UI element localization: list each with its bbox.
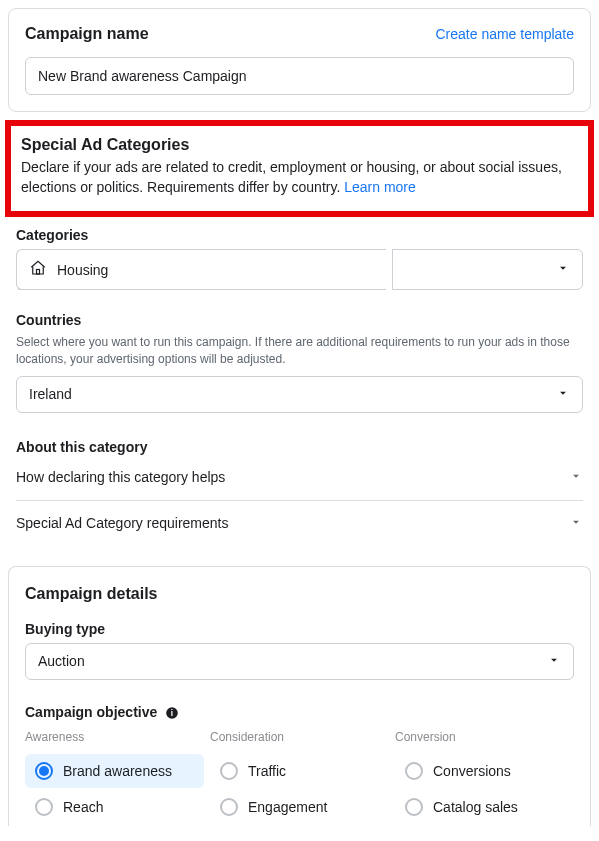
about-category-label: About this category	[16, 439, 583, 455]
campaign-name-title: Campaign name	[25, 25, 149, 43]
requirements-row[interactable]: Special Ad Category requirements	[16, 501, 583, 546]
special-ad-categories-desc: Declare if your ads are related to credi…	[21, 158, 578, 197]
chevron-down-icon	[547, 653, 561, 670]
how-declaring-helps-row[interactable]: How declaring this category helps	[16, 455, 583, 500]
chevron-down-icon	[569, 515, 583, 532]
house-icon	[29, 259, 47, 280]
countries-label: Countries	[16, 312, 583, 328]
radio-label: Catalog sales	[433, 799, 518, 815]
campaign-name-card: Campaign name Create name template	[8, 8, 591, 112]
radio-label: Conversions	[433, 763, 511, 779]
requirements-text: Special Ad Category requirements	[16, 515, 228, 531]
category-chip[interactable]: Housing	[16, 249, 386, 290]
learn-more-link[interactable]: Learn more	[344, 179, 416, 195]
chevron-down-icon	[569, 469, 583, 486]
countries-desc: Select where you want to run this campai…	[16, 334, 583, 368]
radio-reach[interactable]: Reach	[25, 790, 204, 824]
col-awareness-head: Awareness	[25, 730, 204, 744]
campaign-details-card: Campaign details Buying type Auction Cam…	[8, 566, 591, 826]
buying-type-label: Buying type	[25, 621, 574, 637]
country-selected-text: Ireland	[29, 386, 72, 402]
radio-brand-awareness[interactable]: Brand awareness	[25, 754, 204, 788]
buying-type-value: Auction	[38, 653, 85, 669]
radio-icon	[405, 762, 423, 780]
chevron-down-icon	[556, 261, 570, 278]
radio-conversions[interactable]: Conversions	[395, 754, 574, 788]
country-dropdown[interactable]: Ireland	[16, 376, 583, 413]
buying-type-dropdown[interactable]: Auction	[25, 643, 574, 680]
radio-icon	[220, 798, 238, 816]
radio-label: Engagement	[248, 799, 327, 815]
special-ad-categories-highlight: Special Ad Categories Declare if your ad…	[5, 120, 594, 217]
special-ad-categories-title: Special Ad Categories	[21, 136, 578, 154]
col-conversion-head: Conversion	[395, 730, 574, 744]
objective-grid: Awareness Brand awareness Reach Consider…	[25, 730, 574, 826]
info-icon[interactable]: i	[165, 706, 179, 720]
radio-icon	[35, 762, 53, 780]
campaign-objective-label: Campaign objective	[25, 704, 157, 720]
category-dropdown[interactable]	[392, 249, 583, 290]
col-consideration-head: Consideration	[210, 730, 389, 744]
svg-rect-0	[37, 270, 40, 275]
category-selected-text: Housing	[57, 262, 108, 278]
categories-label: Categories	[16, 227, 583, 243]
radio-label: Traffic	[248, 763, 286, 779]
radio-label: Reach	[63, 799, 103, 815]
svg-text:i: i	[171, 709, 173, 718]
radio-catalog-sales[interactable]: Catalog sales	[395, 790, 574, 824]
campaign-details-title: Campaign details	[25, 585, 574, 603]
radio-engagement[interactable]: Engagement	[210, 790, 389, 824]
special-ad-categories-body: Categories Housing Countries Select wher…	[0, 227, 599, 558]
special-desc-text: Declare if your ads are related to credi…	[21, 159, 562, 195]
create-name-template-link[interactable]: Create name template	[435, 26, 574, 42]
how-declaring-helps-text: How declaring this category helps	[16, 469, 225, 485]
chevron-down-icon	[556, 386, 570, 403]
campaign-name-input[interactable]	[25, 57, 574, 95]
radio-icon	[405, 798, 423, 816]
radio-traffic[interactable]: Traffic	[210, 754, 389, 788]
radio-icon	[220, 762, 238, 780]
radio-icon	[35, 798, 53, 816]
radio-label: Brand awareness	[63, 763, 172, 779]
